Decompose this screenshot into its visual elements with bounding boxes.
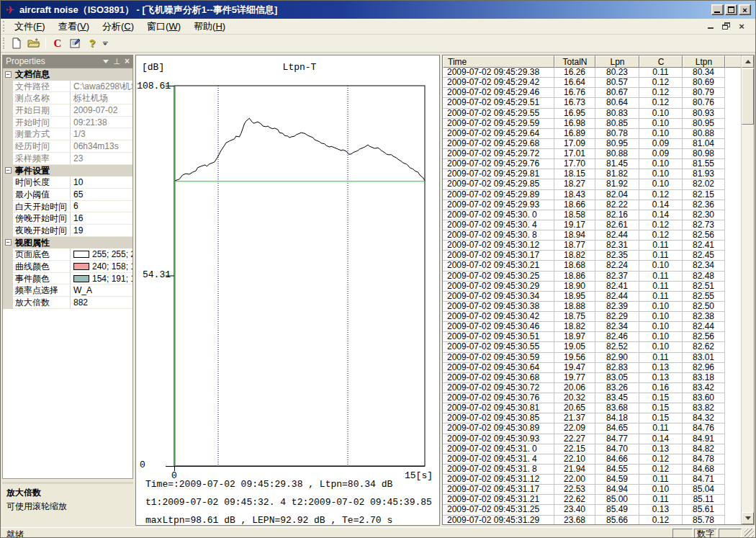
table-row[interactable]: 2009-07-02 09:45:30.2118.6882.240.1082.3… bbox=[443, 261, 741, 271]
property-value[interactable]: 6 bbox=[71, 201, 132, 213]
property-value[interactable]: 2009-07-02 bbox=[71, 104, 132, 117]
table-row[interactable]: 2009-07-02 09:45:30.5118.9782.460.1082.5… bbox=[443, 332, 741, 342]
collapse-icon[interactable]: − bbox=[5, 71, 12, 78]
collapse-icon[interactable]: − bbox=[5, 167, 12, 174]
table-row[interactable]: 2009-07-02 09:45:30.1718.8282.350.1182.4… bbox=[443, 251, 741, 261]
property-value[interactable]: 16 bbox=[71, 212, 132, 225]
scroll-up-button[interactable] bbox=[742, 55, 754, 68]
property-value[interactable]: 882 bbox=[71, 297, 132, 309]
close-button[interactable]: × bbox=[739, 4, 751, 15]
mdi-close-button[interactable]: × bbox=[737, 22, 747, 31]
column-header-time[interactable]: Time bbox=[443, 55, 554, 68]
properties-button[interactable] bbox=[67, 36, 83, 51]
table-row[interactable]: 2009-07-02 09:45:29.6817.0980.950.0981.0… bbox=[443, 139, 741, 149]
table-row[interactable]: 2009-07-02 09:45:31.1722.5384.940.1085.0… bbox=[443, 485, 741, 495]
property-value[interactable]: 栎社机场 bbox=[71, 92, 132, 104]
toolbar-overflow-button[interactable] bbox=[101, 36, 109, 51]
table-row[interactable]: 2009-07-02 09:45:31. 422.1084.660.1284.7… bbox=[443, 454, 741, 465]
menu-item[interactable]: 窗口(W) bbox=[140, 19, 187, 35]
property-value[interactable]: 255; 255; 25 bbox=[71, 248, 132, 261]
table-row[interactable]: 2009-07-02 09:45:31.2523.4085.490.1385.6… bbox=[443, 505, 741, 515]
table-row[interactable]: 2009-07-02 09:45:30.6819.7783.050.1383.1… bbox=[443, 373, 741, 383]
property-value[interactable]: 240; 158; 15 bbox=[71, 261, 132, 273]
table-row[interactable]: 2009-07-02 09:45:29.7617.7081.450.1081.5… bbox=[443, 159, 741, 169]
table-row[interactable]: 2009-07-02 09:45:30.5919.5682.900.1183.0… bbox=[443, 353, 741, 363]
table-row[interactable]: 2009-07-02 09:45:30. 018.5882.160.1482.3… bbox=[443, 210, 741, 220]
table-row[interactable]: 2009-07-02 09:45:29.5116.7380.640.1280.7… bbox=[443, 98, 741, 108]
new-document-button[interactable] bbox=[9, 36, 24, 51]
minimize-button[interactable] bbox=[711, 4, 724, 15]
pin-icon[interactable]: ⊥ bbox=[113, 57, 120, 66]
table-row[interactable]: 2009-07-02 09:45:30.7620.3283.450.1583.6… bbox=[443, 393, 741, 403]
menu-item[interactable]: 查看(V) bbox=[52, 19, 96, 35]
table-row[interactable]: 2009-07-02 09:45:30.9322.2784.770.1484.9… bbox=[443, 434, 741, 444]
property-value[interactable]: W_A bbox=[71, 284, 132, 297]
table-row[interactable]: 2009-07-02 09:45:30.3418.9582.440.1182.5… bbox=[443, 292, 741, 302]
column-header-totaln[interactable]: TotalN bbox=[554, 55, 595, 68]
table-row[interactable]: 2009-07-02 09:45:31. 022.1584.700.1384.8… bbox=[443, 444, 741, 454]
table-row[interactable]: 2009-07-02 09:45:30.2518.8682.370.1182.4… bbox=[443, 272, 741, 282]
table-row[interactable]: 2009-07-02 09:45:30.5519.0582.520.1082.6… bbox=[443, 342, 741, 352]
scroll-down-button[interactable] bbox=[742, 512, 754, 524]
mdi-restore-button[interactable] bbox=[721, 22, 732, 31]
table-row[interactable]: 2009-07-02 09:45:29.8918.4382.040.1282.1… bbox=[443, 190, 741, 200]
collapse-icon[interactable]: − bbox=[5, 239, 12, 246]
analysis-button[interactable]: C bbox=[50, 36, 66, 51]
chart-plot[interactable] bbox=[136, 55, 439, 525]
table-row[interactable]: 2009-07-02 09:45:30. 419.1782.610.1282.7… bbox=[443, 220, 741, 230]
table-scrollbar[interactable] bbox=[741, 55, 754, 524]
resize-grip[interactable] bbox=[744, 529, 754, 538]
table-row[interactable]: 2009-07-02 09:45:29.8518.2781.920.1082.0… bbox=[443, 179, 741, 189]
property-value[interactable]: 09:21:38 bbox=[71, 117, 132, 129]
toolbar-grip[interactable] bbox=[3, 37, 6, 50]
column-header-c[interactable]: C bbox=[639, 55, 683, 68]
table-row[interactable]: 2009-07-02 09:45:29.6416.8980.780.1080.8… bbox=[443, 129, 741, 139]
table-row[interactable]: 2009-07-02 09:45:29.7217.0180.880.0980.9… bbox=[443, 149, 741, 159]
table-row[interactable]: 2009-07-02 09:45:30.8922.0984.650.1184.7… bbox=[443, 423, 741, 434]
property-value[interactable]: 65 bbox=[71, 189, 132, 201]
maximize-button[interactable] bbox=[725, 4, 737, 15]
property-group-header[interactable]: −事件设置 bbox=[3, 165, 132, 177]
panel-menu-icon[interactable] bbox=[103, 60, 109, 63]
table-row[interactable]: 2009-07-02 09:45:31. 821.9484.550.1284.6… bbox=[443, 465, 741, 475]
table-row[interactable]: 2009-07-02 09:45:29.5516.9580.830.1080.9… bbox=[443, 109, 741, 119]
mdi-minimize-button[interactable] bbox=[706, 22, 716, 31]
property-value[interactable]: 06h34m13s bbox=[71, 140, 132, 153]
table-row[interactable]: 2009-07-02 09:45:29.3816.2680.230.1180.3… bbox=[443, 68, 741, 78]
table-row[interactable]: 2009-07-02 09:45:29.4216.6480.570.1280.6… bbox=[443, 78, 741, 88]
table-row[interactable]: 2009-07-02 09:45:30.4218.7582.290.1082.3… bbox=[443, 312, 741, 322]
table-row[interactable]: 2009-07-02 09:45:29.5916.9880.850.1080.9… bbox=[443, 119, 741, 129]
table-row[interactable]: 2009-07-02 09:45:30.2918.9082.410.1182.5… bbox=[443, 282, 741, 292]
scrollbar-thumb[interactable] bbox=[742, 68, 754, 125]
help-button[interactable]: ? bbox=[84, 36, 100, 51]
menubar-grip[interactable] bbox=[3, 21, 6, 32]
table-row[interactable]: 2009-07-02 09:45:30. 818.9482.440.1282.5… bbox=[443, 230, 741, 241]
table-row[interactable]: 2009-07-02 09:45:29.4616.7680.670.1280.7… bbox=[443, 88, 741, 98]
property-value[interactable]: 19 bbox=[71, 225, 132, 237]
menu-item[interactable]: 帮助(H) bbox=[187, 19, 232, 35]
property-value[interactable]: C:\awa6298\机场 bbox=[71, 81, 132, 93]
table-row[interactable]: 2009-07-02 09:45:30.8521.3784.180.1584.3… bbox=[443, 413, 741, 423]
column-header-lpn[interactable]: Lpn bbox=[595, 55, 639, 68]
table-row[interactable]: 2009-07-02 09:45:30.7220.0683.260.1683.4… bbox=[443, 383, 741, 393]
table-row[interactable]: 2009-07-02 09:45:30.8120.6583.680.1583.8… bbox=[443, 403, 741, 413]
property-group-header[interactable]: −视图属性 bbox=[3, 237, 132, 249]
table-row[interactable]: 2009-07-02 09:45:30.1218.7782.310.1182.4… bbox=[443, 241, 741, 251]
table-row[interactable]: 2009-07-02 09:45:31.2122.6285.000.1185.1… bbox=[443, 495, 741, 505]
property-value[interactable]: 154; 191; 18 bbox=[71, 273, 132, 285]
property-value[interactable]: 10 bbox=[71, 176, 132, 189]
table-row[interactable]: 2009-07-02 09:45:30.3818.8882.390.1082.5… bbox=[443, 302, 741, 312]
table-row[interactable]: 2009-07-02 09:45:31.2923.6885.660.1285.7… bbox=[443, 516, 741, 526]
column-header-ltpn[interactable]: Ltpn bbox=[683, 55, 725, 68]
table-row[interactable]: 2009-07-02 09:45:30.4618.8282.340.1082.4… bbox=[443, 322, 741, 332]
table-row[interactable]: 2009-07-02 09:45:29.9318.6682.220.1482.3… bbox=[443, 200, 741, 210]
table-row[interactable]: 2009-07-02 09:45:31.1222.0084.590.1184.7… bbox=[443, 475, 741, 485]
menu-item[interactable]: 文件(F) bbox=[8, 19, 52, 35]
menu-item[interactable]: 分析(C) bbox=[96, 19, 140, 35]
property-value[interactable]: 1/3 bbox=[71, 128, 132, 140]
panel-close-icon[interactable]: × bbox=[125, 58, 130, 65]
table-row[interactable]: 2009-07-02 09:45:30.6419.4782.830.1382.9… bbox=[443, 363, 741, 373]
open-file-button[interactable] bbox=[26, 36, 42, 51]
table-row[interactable]: 2009-07-02 09:45:29.8118.1581.820.1081.9… bbox=[443, 169, 741, 179]
property-value[interactable]: 23 bbox=[71, 153, 132, 165]
